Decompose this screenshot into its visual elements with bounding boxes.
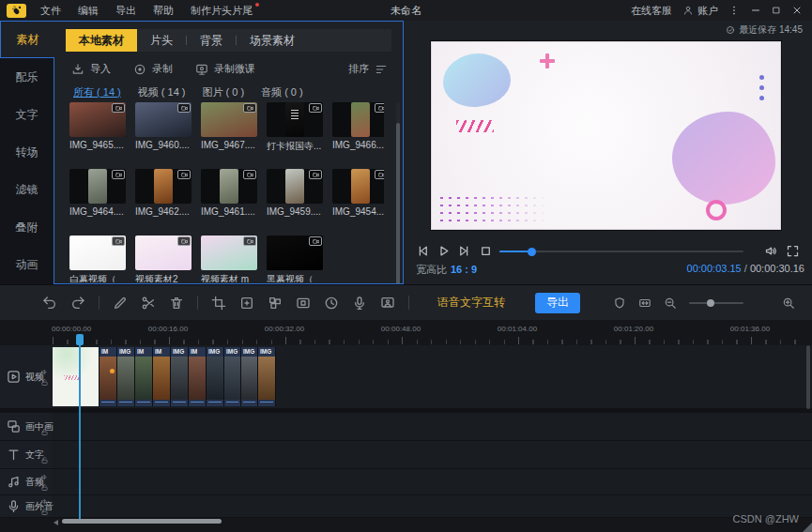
media-thumbnail[interactable] [267,102,323,137]
timeline-hscrollbar[interactable] [62,519,222,524]
media-item[interactable]: IMG_9466.... [332,102,384,169]
media-item[interactable]: IMG_9467.... [201,102,263,169]
export-button[interactable]: 导出 [535,293,580,313]
freeze-frame-button[interactable] [296,296,311,311]
media-item[interactable]: IMG_9461.... [201,169,263,236]
app-logo[interactable] [7,4,26,18]
seek-handle[interactable] [528,248,536,256]
presenter-button[interactable] [380,296,395,311]
redo-button[interactable] [70,296,85,311]
voiceover-button[interactable] [352,296,367,311]
timeline-clip[interactable]: IMG [207,347,224,406]
media-item[interactable]: 视频素材 m [201,236,263,282]
resize-grip[interactable] [803,523,812,532]
volume-button[interactable] [764,244,778,258]
track-header[interactable]: 画外音 [0,495,52,517]
crop-button[interactable] [211,296,226,311]
aspect-ratio[interactable]: 宽高比16 : 9 [416,263,477,277]
sidebar-item[interactable]: 滤镜 [0,171,54,208]
playhead-line[interactable] [79,335,81,519]
track-content[interactable] [52,495,812,517]
record-button[interactable]: 录制 [133,62,173,76]
timeline-clip[interactable]: IMG [241,347,258,406]
stop-button[interactable] [479,244,493,258]
media-tab[interactable]: 背景 [187,29,236,52]
mosaic-button[interactable] [268,296,283,311]
split-button[interactable] [141,296,156,311]
media-thumbnail[interactable] [332,102,384,137]
zoom-region-button[interactable] [239,296,254,311]
online-support-link[interactable]: 在线客服 [631,4,672,18]
media-filter[interactable]: 所有 ( 14 ) [73,85,121,99]
menu-item[interactable]: 导出 [107,0,145,21]
menu-item[interactable]: 编辑 [69,0,107,21]
prev-frame-button[interactable] [416,244,430,258]
more-menu-button[interactable] [728,5,740,16]
media-thumbnail[interactable] [69,169,126,204]
media-item[interactable]: 黑幕视频（ [267,236,329,282]
track-header[interactable]: 文字 [0,441,52,468]
track-content[interactable]: IM IMG IM IM IMG IM IMG IMG IMG IMG [52,345,812,408]
media-thumbnail[interactable] [135,169,192,204]
hscroll-left-arrow[interactable] [54,520,58,525]
timeline-clip[interactable]: IM [153,347,171,406]
seek-slider[interactable] [499,251,743,252]
track-lock-icon[interactable] [40,456,49,464]
marker-button[interactable] [613,296,626,310]
delete-button[interactable] [169,296,184,311]
fit-timeline-button[interactable] [638,296,651,310]
playhead-handle[interactable] [76,334,84,345]
timeline-vscrollbar[interactable] [806,345,810,409]
media-item[interactable]: 白幕视频（ [69,236,131,282]
timeline-clip[interactable]: IM [189,347,207,406]
media-tab[interactable]: 片头 [137,29,186,52]
sidebar-item[interactable]: 配乐 [0,58,54,96]
undo-button[interactable] [42,296,57,311]
preview-canvas[interactable] [431,41,781,230]
timeline-zoom-handle[interactable] [707,299,714,307]
media-item[interactable]: IMG_9462.... [135,169,197,236]
import-button[interactable]: 导入 [71,62,111,76]
menu-item[interactable]: 制作片头片尾 [182,0,261,21]
timeline-clip[interactable]: IM [100,347,117,406]
transition-marker[interactable] [110,369,115,373]
track-header[interactable]: 音频 [0,469,52,494]
menu-item[interactable]: 文件 [32,0,69,21]
minimize-button[interactable] [750,5,761,16]
timeline-clip[interactable]: IMG [117,347,135,406]
media-tab[interactable]: 本地素材 [66,29,137,52]
media-thumbnail[interactable] [135,236,192,270]
media-item[interactable]: IMG_9459.... [267,169,329,236]
track-lock-icon[interactable] [40,483,49,492]
edit-clip-button[interactable] [113,296,128,311]
track-header[interactable]: 画中画 [0,413,52,440]
track-lock-icon[interactable] [40,508,49,516]
media-thumbnail[interactable] [201,236,257,270]
track-lock-icon[interactable] [40,428,49,436]
track-header[interactable]: 视频 [0,345,52,408]
close-button[interactable] [791,5,803,16]
media-thumbnail[interactable] [201,169,257,204]
media-item[interactable]: IMG_9454.... [332,169,384,236]
sidebar-item[interactable]: 转场 [0,133,54,171]
media-filter[interactable]: 音频 ( 0 ) [261,85,303,99]
zoom-in-button[interactable] [782,296,795,310]
track-lock-icon[interactable] [40,378,49,387]
zoom-out-button[interactable] [664,296,677,310]
sidebar-item[interactable]: 叠附 [0,208,54,246]
track-mute-icon[interactable] [40,368,49,376]
media-item[interactable]: IMG_9465.... [69,102,131,169]
duration-button[interactable] [324,296,339,311]
media-item[interactable]: 视频素材2 [135,236,197,282]
speech-to-text-button[interactable]: 语音文字互转 [437,295,505,311]
sidebar-item[interactable]: 素材 [0,21,54,58]
media-thumbnail[interactable] [267,169,323,204]
next-frame-button[interactable] [457,244,471,258]
media-thumbnail[interactable] [332,169,384,204]
timeline-clip[interactable]: IMG [224,347,241,406]
track-content[interactable] [52,413,812,440]
media-scrollbar[interactable] [396,102,400,280]
media-thumbnail[interactable] [201,102,257,137]
media-tab[interactable]: 场景素材 [237,29,308,52]
media-thumbnail[interactable] [69,236,126,270]
